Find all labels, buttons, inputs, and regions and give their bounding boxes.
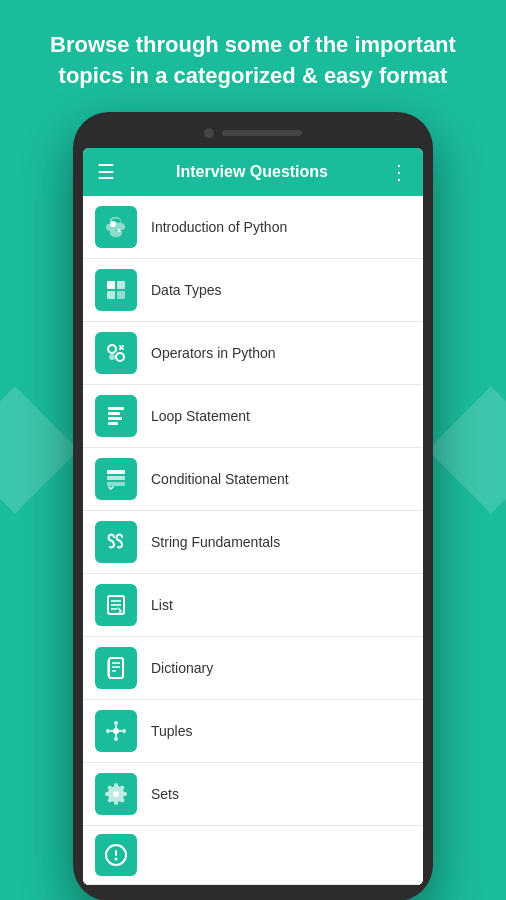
svg-rect-4 [107,291,115,299]
operators-label: Operators in Python [151,345,276,361]
svg-point-29 [122,729,126,733]
conditional-icon-box [95,458,137,500]
svg-point-6 [108,345,116,353]
list-item[interactable]: Data Types [83,259,423,322]
svg-rect-11 [108,417,122,420]
loop-icon-box [95,395,137,437]
string-icon-box [95,521,137,563]
svg-rect-5 [117,291,125,299]
list-container: Introduction of Python Data Types [83,196,423,885]
settings-icon [104,782,128,806]
conditional-icon [104,467,128,491]
list-item[interactable]: Conditional Statement [83,448,423,511]
svg-rect-3 [117,281,125,289]
list-icon-box [95,584,137,626]
svg-rect-15 [107,482,125,486]
svg-rect-13 [107,470,125,474]
svg-point-1 [118,229,121,232]
more-options-icon[interactable]: ⋮ [389,160,409,184]
datatypes-icon [104,278,128,302]
more-icon [104,843,128,867]
app-toolbar: ☰ Interview Questions ⋮ [83,148,423,196]
list-item[interactable]: Dictionary [83,637,423,700]
loop-label: Loop Statement [151,408,250,424]
introduction-label: Introduction of Python [151,219,287,235]
string-label: String Fundamentals [151,534,280,550]
list-item[interactable]: Loop Statement [83,385,423,448]
list-item[interactable] [83,826,423,885]
diamond-right [427,386,506,513]
toolbar-title: Interview Questions [115,163,389,181]
phone-speaker [222,130,302,136]
svg-point-28 [106,729,110,733]
svg-point-25 [113,728,119,734]
tuples-icon-box [95,710,137,752]
menu-icon[interactable]: ☰ [97,160,115,184]
svg-rect-2 [107,281,115,289]
dictionary-icon [104,656,128,680]
svg-rect-9 [108,407,124,410]
operators-icon [104,341,128,365]
operators-icon-box [95,332,137,374]
svg-rect-14 [107,476,125,480]
svg-point-26 [114,721,118,725]
list-item[interactable]: Sets [83,763,423,826]
svg-point-36 [115,857,118,860]
datatypes-icon-box [95,269,137,311]
list-icon [104,593,128,617]
svg-point-27 [114,737,118,741]
phone-camera [204,128,214,138]
phone-screen: ☰ Interview Questions ⋮ Introduction of … [83,148,423,885]
svg-point-7 [116,353,124,361]
sets-label: Sets [151,786,179,802]
datatypes-label: Data Types [151,282,222,298]
diamond-left [0,386,79,513]
list-item[interactable]: String Fundamentals [83,511,423,574]
phone-top-bar [83,128,423,138]
dictionary-label: Dictionary [151,660,213,676]
conditional-label: Conditional Statement [151,471,289,487]
introduction-icon-box [95,206,137,248]
python-icon [104,215,128,239]
svg-rect-10 [108,412,120,415]
more-icon-box [95,834,137,876]
svg-rect-20 [109,658,123,678]
header-text: Browse through some of the important top… [0,0,506,112]
list-item[interactable]: List [83,574,423,637]
sets-icon-box [95,773,137,815]
tuples-icon [104,719,128,743]
string-icon [104,530,128,554]
list-item[interactable]: Tuples [83,700,423,763]
list-label: List [151,597,173,613]
list-item[interactable]: Introduction of Python [83,196,423,259]
list-item[interactable]: Operators in Python [83,322,423,385]
dictionary-icon-box [95,647,137,689]
phone-frame: ☰ Interview Questions ⋮ Introduction of … [73,112,433,900]
loop-icon [104,404,128,428]
svg-rect-24 [107,660,109,676]
tuples-label: Tuples [151,723,193,739]
svg-rect-12 [108,422,118,425]
svg-point-8 [109,354,115,360]
